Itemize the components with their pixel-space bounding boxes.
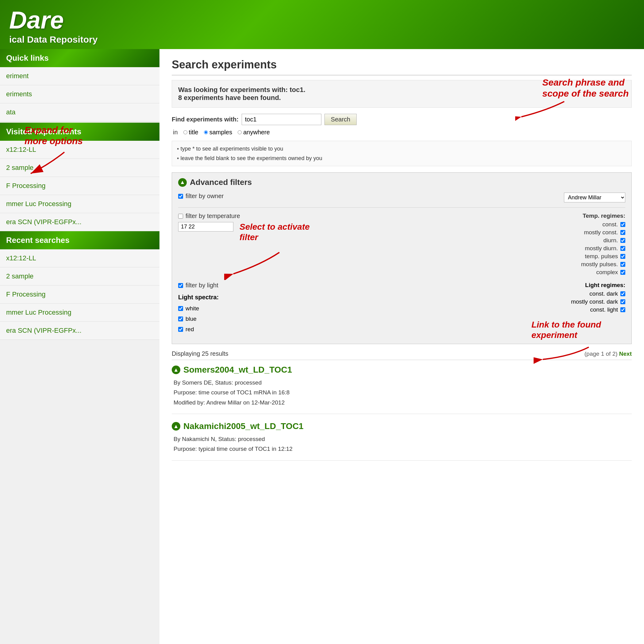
light-regime-0: const. dark	[571, 290, 625, 297]
results-header: Displaying 25 results (page 1 of 2) Next…	[172, 350, 632, 360]
filter-temp-checkbox[interactable]	[178, 214, 183, 219]
scope-title-option[interactable]: title	[183, 129, 198, 136]
scope-anywhere-option[interactable]: anywhere	[238, 129, 270, 136]
visited-item-0[interactable]: x12:12-LL	[0, 141, 159, 159]
recent-item-2[interactable]: F Processing	[0, 286, 159, 304]
quick-links-label: Quick links	[6, 53, 49, 63]
recent-item-4[interactable]: era SCN (VIPR-EGFPx...	[0, 322, 159, 340]
temp-regime-pulses-checkbox[interactable]	[620, 254, 625, 259]
scope-in-label: in	[173, 129, 178, 136]
filter-owner-left: filter by owner	[178, 193, 224, 200]
temp-regime-complex-label: complex	[596, 269, 618, 276]
experiment-meta-1: By Nakamichi N, Status: processed Purpos…	[172, 434, 632, 454]
temp-regime-mostly-diurn-checkbox[interactable]	[620, 246, 625, 251]
temp-regime-3: mostly diurn.	[581, 245, 625, 252]
hint-0: type * to see all experiments visible to…	[177, 144, 627, 154]
spectra-item-1: blue	[178, 316, 219, 322]
temp-regime-5: mostly pulses.	[581, 261, 625, 268]
visited-item-2[interactable]: F Processing	[0, 177, 159, 195]
scope-samples-radio[interactable]	[204, 130, 208, 134]
experiment-by-1: By Nakamichi N, Status: processed	[174, 434, 632, 444]
spectra-red-checkbox[interactable]	[178, 327, 183, 332]
page-title: Search experiments	[172, 58, 632, 75]
scope-row: in title samples anywhere	[172, 129, 632, 136]
temp-regimes-right: Temp. regimes: const. mostly const. diur…	[581, 213, 625, 277]
filter-light-section: filter by light Light spectra: white blu…	[178, 282, 625, 334]
visited-item-1[interactable]: 2 sample	[0, 159, 159, 177]
experiment-card-1: ▲ Nakamichi2005_wt_LD_TOC1 By Nakamichi …	[172, 421, 632, 461]
find-label: Find experiments with:	[172, 116, 239, 123]
spectra-red-label: red	[186, 326, 194, 333]
next-link[interactable]: Next	[619, 351, 632, 357]
filter-owner-checkbox[interactable]	[178, 194, 183, 199]
spectra-item-0: white	[178, 305, 219, 312]
light-spectra-label: Light spectra:	[178, 294, 219, 301]
temp-regime-const-checkbox[interactable]	[620, 222, 625, 227]
experiment-meta-0: By Somers DE, Status: processed Purpose:…	[172, 378, 632, 408]
temp-regime-4: temp. pulses	[581, 253, 625, 260]
hint-1: leave the field blank to see the experim…	[177, 154, 627, 163]
sidebar-item-experiments[interactable]: eriments	[0, 85, 159, 103]
scope-anywhere-radio[interactable]	[238, 130, 242, 134]
temp-regime-mostly-const-checkbox[interactable]	[620, 230, 625, 235]
light-regime-const-light-checkbox[interactable]	[620, 307, 625, 312]
visited-section: Visited experiments x12:12-LL 2 sample F…	[0, 123, 159, 231]
temp-regime-6: complex	[581, 269, 625, 276]
experiment-title-0[interactable]: ▲ Somers2004_wt_LD_TOC1	[172, 365, 632, 375]
quick-links-section: Quick links eriment eriments ata	[0, 49, 159, 121]
filter-temp-text: filter by temperature	[186, 213, 240, 220]
spectra-blue-label: blue	[186, 316, 197, 322]
advanced-filters: ▲ Advanced filters filter by owner Andre…	[172, 172, 632, 344]
spectra-white-label: white	[186, 305, 199, 312]
temp-regime-mostly-pulses-checkbox[interactable]	[620, 262, 625, 267]
temp-regime-complex-checkbox[interactable]	[620, 270, 625, 275]
experiment-name-0: Somers2004_wt_LD_TOC1	[183, 365, 292, 375]
scope-samples-label: samples	[209, 129, 232, 136]
recent-item-3[interactable]: mmer Luc Processing	[0, 304, 159, 322]
filter-temp-left: filter by temperature	[178, 213, 240, 232]
quick-links-header: Quick links	[0, 49, 159, 67]
temp-range-input[interactable]	[178, 222, 233, 232]
visited-item-3[interactable]: mmer Luc Processing	[0, 195, 159, 213]
experiment-title-1[interactable]: ▲ Nakamichi2005_wt_LD_TOC1	[172, 421, 632, 431]
recent-label: Recent searches	[6, 236, 70, 245]
scope-anywhere-label: anywhere	[243, 129, 270, 136]
light-regime-mostly-const-dark-checkbox[interactable]	[620, 299, 625, 304]
light-regime-const-dark-checkbox[interactable]	[620, 291, 625, 296]
experiment-purpose-1: Purpose: typical time course of TOC1 in …	[174, 444, 632, 454]
filter-owner-row: filter by owner Andrew Millar	[178, 193, 625, 208]
search-input[interactable]	[242, 114, 321, 125]
filter-owner-label[interactable]: filter by owner	[178, 193, 224, 200]
recent-item-0[interactable]: x12:12-LL	[0, 249, 159, 267]
temp-regime-0: const.	[581, 221, 625, 228]
search-info-box: Was looking for experiments with: toc1. …	[172, 80, 632, 108]
spectra-blue-checkbox[interactable]	[178, 316, 183, 321]
visited-item-4[interactable]: era SCN (VIPR-EGFPx...	[0, 213, 159, 231]
experiment-modified-0: Modified by: Andrew Millar on 12-Mar-201…	[174, 398, 632, 408]
experiment-name-1: Nakamichi2005_wt_LD_TOC1	[183, 421, 304, 431]
scope-samples-option[interactable]: samples	[204, 129, 232, 136]
recent-item-1[interactable]: 2 sample	[0, 267, 159, 286]
advanced-filters-header: ▲ Advanced filters	[178, 178, 625, 187]
filter-light-row: filter by light Light spectra: white blu…	[178, 282, 625, 334]
filter-temp-label[interactable]: filter by temperature	[178, 213, 240, 220]
owner-select[interactable]: Andrew Millar	[564, 193, 625, 202]
filter-light-label[interactable]: filter by light	[178, 282, 219, 289]
experiment-toggle-icon-0[interactable]: ▲	[172, 366, 180, 374]
spectra-white-checkbox[interactable]	[178, 306, 183, 311]
temp-regime-pulses-label: temp. pulses	[585, 253, 618, 260]
temp-regime-diurn-checkbox[interactable]	[620, 238, 625, 243]
filter-light-checkbox[interactable]	[178, 283, 183, 288]
scope-title-radio[interactable]	[183, 130, 187, 134]
experiment-by-0: By Somers DE, Status: processed	[174, 378, 632, 388]
advanced-filters-toggle-icon[interactable]: ▲	[178, 178, 187, 187]
experiment-toggle-icon-1[interactable]: ▲	[172, 422, 180, 431]
sidebar-item-experiment[interactable]: eriment	[0, 67, 159, 85]
experiment-purpose-0: Purpose: time course of TOC1 mRNA in 16:…	[174, 388, 632, 397]
sidebar-item-data[interactable]: ata	[0, 103, 159, 121]
temp-regime-mostly-diurn-label: mostly diurn.	[585, 245, 618, 252]
search-button[interactable]: Search	[324, 114, 357, 125]
light-regimes-label: Light regimes:	[571, 282, 625, 289]
main-content: Search experiments Was looking for exper…	[159, 49, 644, 644]
search-form-row: Find experiments with: Search	[172, 114, 632, 125]
